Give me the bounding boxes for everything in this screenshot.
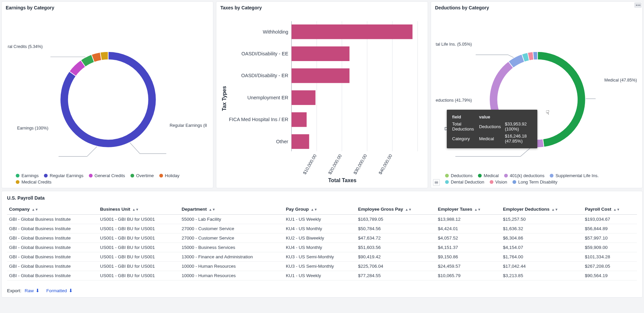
table-cell: $4,154.07	[501, 243, 583, 252]
table-cell: US001 - GBI BU for US001	[98, 252, 179, 262]
table-row[interactable]: GBI - Global Business InstituteUS001 - G…	[7, 215, 637, 224]
legend-item[interactable]: Dental Deduction	[445, 179, 484, 185]
table-cell: 10000 - Human Resources	[179, 262, 284, 271]
sort-icon: ▲▼	[405, 208, 412, 211]
table-cell: $51,603.56	[356, 243, 436, 252]
legend-swatch	[44, 174, 48, 177]
table-row[interactable]: GBI - Global Business InstituteUS001 - G…	[7, 252, 637, 262]
legend-item[interactable]: 401(k) deductions	[504, 173, 544, 178]
legend-item[interactable]: Deductions	[445, 173, 473, 178]
legend-item[interactable]: Holiday	[159, 173, 179, 178]
svg-text:Tax Types: Tax Types	[221, 86, 227, 111]
table-cell: 27000 - Customer Service	[179, 233, 284, 243]
legend-label: Medical Credits	[21, 179, 52, 185]
column-header[interactable]: Employer Deductions ▲▼	[501, 204, 583, 215]
table-cell: $4,151.37	[436, 243, 501, 252]
legend-item[interactable]: Medical	[478, 173, 499, 178]
export-formatted-link[interactable]: Formatted ⬇	[46, 288, 73, 293]
deductions-callout-401k: eductions (41.79%)	[436, 98, 472, 103]
chart-tooltip: fieldvalue Total DeductionsDeductions$33…	[447, 110, 537, 148]
svg-rect-24	[291, 90, 315, 105]
column-header[interactable]: Department ▲▼	[179, 204, 284, 215]
deductions-card-title: Deductions by Category	[435, 5, 638, 10]
legend-label: Dental Deduction	[451, 179, 484, 185]
svg-text:$30,000.00: $30,000.00	[353, 153, 368, 175]
table-row[interactable]: GBI - Global Business InstituteUS001 - G…	[7, 262, 637, 271]
svg-text:$40,000.00: $40,000.00	[378, 153, 393, 175]
legend-label: General Credits	[95, 173, 125, 178]
table-cell: $50,784.56	[356, 224, 436, 233]
svg-text:OASDI/Disability - ER: OASDI/Disability - ER	[241, 73, 288, 78]
legend-item[interactable]: General Credits	[89, 173, 125, 178]
legend-swatch	[159, 174, 163, 177]
sort-icon: ▲▼	[32, 208, 38, 211]
legend-item[interactable]: Earnings	[16, 173, 39, 178]
table-cell: US001 - GBI BU for US001	[98, 243, 179, 252]
svg-rect-18	[291, 24, 413, 39]
table-cell: $90,564.19	[583, 271, 637, 280]
table-row[interactable]: GBI - Global Business InstituteUS001 - G…	[7, 233, 637, 243]
table-cell: $225,706.04	[356, 262, 436, 271]
sort-icon: ▲▼	[551, 208, 558, 211]
card-menu-button[interactable]	[634, 2, 642, 8]
sort-icon: ▲▼	[474, 208, 481, 211]
table-cell: $6,304.86	[501, 233, 583, 243]
svg-rect-22	[291, 68, 350, 83]
legend-item[interactable]: Supplemental Life Ins.	[550, 173, 599, 178]
legend-swatch	[550, 174, 553, 177]
legend-item[interactable]: Long Term Disability	[513, 179, 557, 185]
legend-label: Long Term Disability	[518, 179, 557, 185]
table-cell: $17,042.44	[501, 262, 583, 271]
table-cell: GBI - Global Business Institute	[7, 243, 98, 252]
svg-text:$20,000.00: $20,000.00	[327, 153, 343, 175]
column-header[interactable]: Company ▲▼	[7, 204, 98, 215]
column-header[interactable]: Pay Group ▲▼	[284, 204, 356, 215]
column-header[interactable]: Payroll Cost ▲▼	[583, 204, 637, 215]
table-cell: $3,213.85	[501, 271, 583, 280]
table-cell: $1,636.32	[501, 224, 583, 233]
sort-icon: ▲▼	[209, 208, 215, 211]
table-cell: 10000 - Human Resources	[179, 271, 284, 280]
table-cell: GBI - Global Business Institute	[7, 233, 98, 243]
table-row[interactable]: GBI - Global Business InstituteUS001 - G…	[7, 243, 637, 252]
earnings-chart[interactable]: ral Credits (5.34%) Earnings (100%) Regu…	[6, 12, 209, 170]
table-cell: $77,284.55	[356, 271, 436, 280]
legend-swatch	[490, 180, 493, 184]
column-header[interactable]: Business Unit ▲▼	[98, 204, 179, 215]
table-cell: GBI - Global Business Institute	[7, 252, 98, 262]
legend-item[interactable]: Medical Credits	[16, 179, 52, 185]
sort-icon: ▲▼	[613, 208, 620, 211]
table-row[interactable]: GBI - Global Business InstituteUS001 - G…	[7, 271, 637, 280]
svg-text:FICA Med Hospital Ins / ER: FICA Med Hospital Ins / ER	[229, 117, 288, 122]
deductions-callout-life: tal Life Ins. (5.05%)	[436, 42, 472, 47]
deductions-callout-medical: Medical (47.85%)	[604, 78, 637, 83]
legend-item[interactable]: Vision	[490, 179, 507, 185]
table-cell: $24,459.57	[436, 262, 501, 271]
column-header[interactable]: Employee Gross Pay ▲▼	[356, 204, 436, 215]
taxes-chart[interactable]: Tax Types Total Taxes $10,000.00$20,000.…	[220, 12, 424, 185]
table-cell: $13,988.12	[436, 215, 501, 224]
sort-icon: ▲▼	[132, 208, 139, 211]
legend-label: Medical	[484, 173, 499, 178]
legend-label: Earnings	[21, 173, 39, 178]
table-cell: $15,257.50	[501, 215, 583, 224]
legend-item[interactable]: Overtime	[130, 173, 154, 178]
table-cell: 27000 - Customer Service	[179, 224, 284, 233]
legend-swatch	[89, 174, 93, 177]
column-header[interactable]: Employer Taxes ▲▼	[436, 204, 501, 215]
table-cell: $267,208.05	[583, 262, 637, 271]
table-cell: KU4 - US Monthly	[284, 224, 356, 233]
svg-text:Unemployment ER: Unemployment ER	[247, 95, 288, 100]
export-raw-link[interactable]: Raw ⬇	[25, 288, 40, 293]
legend-label: Overtime	[136, 173, 154, 178]
download-icon: ⬇	[36, 288, 40, 293]
table-cell: US001 - GBI BU for US001	[98, 224, 179, 233]
legend-item[interactable]: Regular Earnings	[44, 173, 83, 178]
table-cell: 55000 - Lab Facility	[179, 215, 284, 224]
legend-swatch	[445, 180, 449, 184]
deductions-chart[interactable]: Medical (47.85%) eductions (41.79%) tal …	[435, 12, 638, 170]
table-row[interactable]: GBI - Global Business InstituteUS001 - G…	[7, 224, 637, 233]
table-cell: GBI - Global Business Institute	[7, 262, 98, 271]
table-cell: 13000 - Finance and Administration	[179, 252, 284, 262]
list-view-button[interactable]	[433, 179, 440, 186]
